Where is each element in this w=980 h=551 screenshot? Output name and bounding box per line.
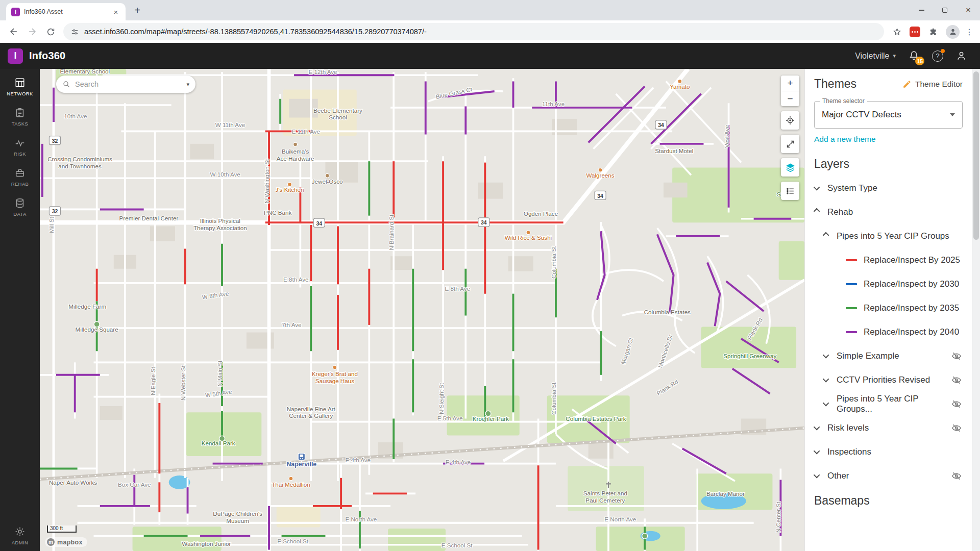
svg-text:E School St: E School St	[277, 538, 309, 544]
scrollbar-thumb[interactable]	[973, 71, 979, 240]
sidebar-item-network[interactable]: NETWORK	[0, 72, 40, 102]
svg-text:PNC Bank: PNC Bank	[264, 209, 292, 216]
extension-icon[interactable]	[910, 27, 920, 37]
visibility-toggle[interactable]	[951, 375, 962, 385]
svg-text:Kendall Park: Kendall Park	[202, 440, 235, 446]
zoom-out-button[interactable]: −	[781, 91, 799, 106]
svg-text:34: 34	[316, 221, 322, 227]
layer-row[interactable]: Inspections	[805, 440, 972, 464]
map-container: 343434343232Elementary SchoolE 12th AveB…	[40, 69, 804, 551]
svg-text:Kreger's Brat andSausage Haus: Kreger's Brat andSausage Haus	[312, 370, 358, 384]
mapbox-wordmark: mapbox	[57, 539, 83, 546]
layer-row[interactable]: Rehab	[805, 200, 972, 224]
browser-tab[interactable]: I Info360 Asset ×	[6, 3, 126, 20]
layer-row[interactable]: Pipes into 5 Year CIP Groups	[805, 224, 972, 248]
sidebar-item-rehab[interactable]: REHAB	[0, 162, 40, 192]
svg-text:N Brainard St: N Brainard St	[388, 214, 395, 250]
chevron-up-icon	[814, 208, 820, 215]
layer-label: Replace/Inspect by 2035	[864, 303, 959, 313]
svg-text:N Main St: N Main St	[216, 360, 223, 387]
back-button[interactable]	[5, 23, 22, 40]
page-scrollbar[interactable]	[972, 69, 980, 551]
help-button[interactable]: ?	[932, 51, 943, 62]
profile-avatar[interactable]	[946, 25, 960, 39]
reload-button[interactable]	[42, 23, 59, 40]
sidebar-item-data[interactable]: DATA	[0, 192, 40, 222]
window-minimize-button[interactable]	[910, 0, 933, 20]
app-title: Info360	[29, 50, 65, 62]
visibility-toggle[interactable]	[951, 423, 962, 433]
fullscreen-button[interactable]	[781, 135, 799, 153]
svg-text:Box Car Ave: Box Car Ave	[118, 481, 151, 488]
legend-button[interactable]	[781, 182, 799, 200]
svg-text:Saints Peter andPaul Cemetery: Saints Peter andPaul Cemetery	[583, 490, 627, 503]
theme-editor-button[interactable]: Theme Editor	[902, 80, 963, 89]
svg-text:E 5th Ave: E 5th Ave	[437, 415, 463, 421]
svg-text:7th Ave: 7th Ave	[282, 321, 302, 328]
visibility-off-icon	[951, 471, 962, 481]
visibility-toggle[interactable]	[951, 351, 962, 361]
browser-tab-strip: I Info360 Asset × + ×	[0, 0, 980, 20]
theme-selector[interactable]: Theme selector Major CCTV Defects	[814, 101, 963, 129]
svg-text:Walgreens: Walgreens	[586, 172, 614, 179]
layers-button[interactable]	[781, 158, 799, 177]
tab-close-icon[interactable]: ×	[111, 7, 120, 16]
svg-text:Vest Ave: Vest Ave	[723, 125, 730, 148]
themes-title: Themes	[814, 77, 856, 91]
map-canvas[interactable]: 343434343232Elementary SchoolE 12th AveB…	[40, 69, 804, 551]
gear-icon	[14, 526, 26, 537]
layer-row[interactable]: Simple Example	[805, 344, 972, 368]
chevron-down-icon	[823, 400, 829, 407]
notifications-button[interactable]: 15	[908, 50, 920, 62]
visibility-toggle[interactable]	[951, 471, 962, 481]
sidebar-item-label: ADMIN	[12, 540, 29, 545]
browser-toolbar: asset.info360.com/map#/map/streets/-88.1…	[0, 20, 980, 43]
forward-button[interactable]	[23, 23, 41, 40]
layer-row[interactable]: CCTV Priorities Revised	[805, 368, 972, 392]
layer-row[interactable]: Risk levels	[805, 416, 972, 440]
svg-text:Naper Auto Works: Naper Auto Works	[49, 479, 97, 486]
layer-label: Replace/Inspect By 2025	[864, 255, 960, 265]
window-close-button[interactable]: ×	[957, 0, 980, 20]
expand-icon	[786, 139, 795, 149]
search-dropdown-icon[interactable]: ▾	[186, 81, 189, 88]
layer-label: Risk levels	[827, 423, 869, 433]
bookmark-star-button[interactable]	[888, 23, 905, 40]
workspace-selector[interactable]: Violetville ▾	[855, 52, 896, 61]
layer-row[interactable]: Pipes into 5 Year CIP Groups...	[805, 392, 972, 416]
browser-menu-button[interactable]: ⋮	[964, 27, 975, 37]
mapbox-attribution[interactable]: m mapbox	[45, 537, 87, 547]
legend-item: Replace/Inspect By 2025	[805, 248, 972, 272]
locate-button[interactable]	[781, 111, 799, 130]
svg-text:34: 34	[481, 220, 487, 226]
svg-text:Columbia Estates: Columbia Estates	[644, 309, 691, 315]
svg-text:Milledge Farm: Milledge Farm	[68, 303, 106, 310]
layer-label: Replace/Inspect by 2030	[864, 279, 959, 289]
sidebar-item-admin[interactable]: ADMIN	[0, 521, 40, 551]
sidebar-item-risk[interactable]: RISK	[0, 132, 40, 162]
legend-swatch	[846, 331, 857, 333]
new-tab-button[interactable]: +	[131, 5, 144, 16]
left-nav-rail: NETWORK TASKS RISK REHAB DATA ADMIN	[0, 69, 40, 551]
visibility-toggle[interactable]	[951, 399, 962, 409]
svg-text:10th Ave: 10th Ave	[64, 113, 87, 119]
user-account-icon[interactable]	[955, 50, 967, 62]
visibility-off-icon	[951, 399, 962, 409]
zoom-in-button[interactable]: +	[781, 76, 799, 91]
address-bar[interactable]: asset.info360.com/map#/map/streets/-88.1…	[63, 23, 884, 40]
layer-row[interactable]: Other	[805, 464, 972, 488]
svg-text:Columbia St: Columbia St	[550, 246, 557, 279]
svg-text:Wild Rice & Sushi: Wild Rice & Sushi	[505, 234, 552, 241]
help-alert-dot	[941, 49, 945, 53]
svg-text:Yamato: Yamato	[670, 83, 690, 90]
layer-tree: System TypeRehabPipes into 5 Year CIP Gr…	[805, 176, 972, 488]
window-maximize-button[interactable]	[933, 0, 957, 20]
extensions-button[interactable]	[924, 23, 942, 40]
layer-row[interactable]: System Type	[805, 176, 972, 200]
forward-icon	[27, 27, 37, 37]
search-input[interactable]	[75, 80, 182, 88]
reload-icon	[46, 27, 56, 37]
visibility-off-icon	[951, 375, 962, 385]
sidebar-item-tasks[interactable]: TASKS	[0, 102, 40, 132]
add-new-theme-link[interactable]: Add a new theme	[814, 135, 963, 144]
